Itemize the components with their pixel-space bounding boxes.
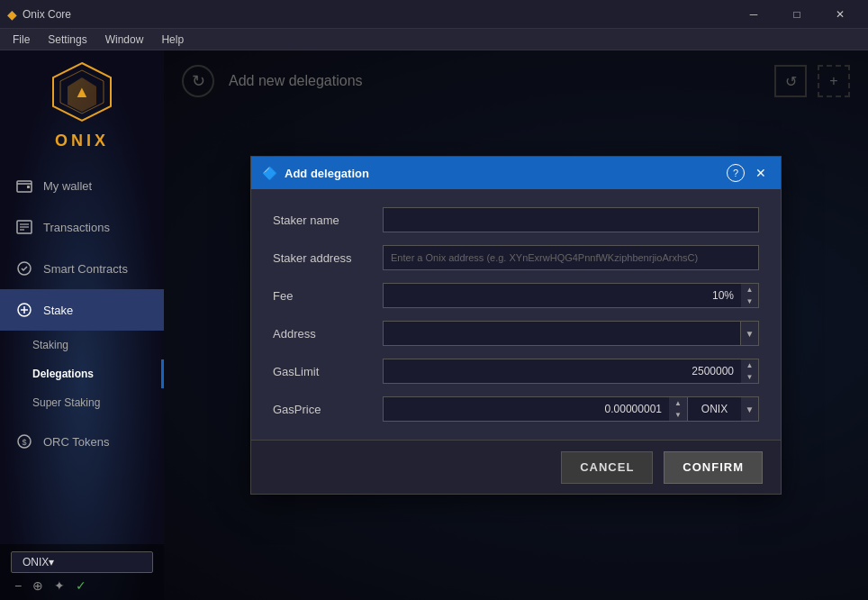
fee-increment[interactable]: ▲ — [741, 284, 758, 295]
address-dropdown-icon[interactable]: ▼ — [741, 321, 759, 346]
gas-price-row: GasPrice ▲ ▼ ONIX ▼ — [273, 396, 759, 422]
svg-text:$: $ — [22, 438, 26, 447]
tokens-icon: $ — [14, 432, 34, 451]
titlebar: ◆ Onix Core ─ □ ✕ — [0, 0, 868, 29]
sidebar-content: ▲ ONIX My wallet — [0, 59, 164, 462]
logo-area: ▲ ONIX — [50, 59, 114, 150]
star-icon[interactable]: ✦ — [54, 578, 65, 593]
add-delegation-dialog: 🔷 Add delegation ? ✕ Staker name Staker … — [250, 156, 782, 495]
content-area: ↻ Add new delegations ↺ + 🔷 Add delegati… — [164, 50, 868, 600]
gas-price-increment[interactable]: ▲ — [669, 397, 687, 409]
menu-settings[interactable]: Settings — [39, 29, 95, 50]
fee-label: Fee — [273, 289, 372, 303]
gas-price-currency-group: ONIX ▼ — [687, 396, 759, 422]
sub-nav-label: Delegations — [32, 368, 94, 380]
fee-row: Fee ▲ ▼ — [273, 283, 759, 308]
gas-limit-label: GasLimit — [273, 365, 372, 378]
stake-icon — [14, 300, 34, 320]
check-icon[interactable]: ✓ — [76, 578, 86, 593]
gas-price-input-group: ▲ ▼ ONIX ▼ — [383, 396, 759, 422]
sidebar-item-label: Smart Contracts — [43, 262, 128, 276]
gas-limit-decrement[interactable]: ▼ — [741, 371, 758, 383]
globe-icon[interactable]: ⊕ — [32, 578, 43, 593]
gas-price-label: GasPrice — [273, 403, 372, 416]
sidebar: ▲ ONIX My wallet — [0, 50, 164, 600]
window-controls: ─ □ ✕ — [733, 0, 861, 29]
sidebar-item-label: Transactions — [43, 221, 110, 234]
minus-icon[interactable]: − — [14, 578, 22, 593]
gas-price-currency-dropdown[interactable]: ▼ — [741, 396, 759, 422]
fee-spinner: ▲ ▼ — [741, 283, 759, 308]
sidebar-sub-staking[interactable]: Staking — [0, 331, 164, 359]
contracts-icon — [14, 259, 34, 278]
sidebar-item-label: ORC Tokens — [43, 435, 109, 449]
confirm-button[interactable]: CONFIRM — [664, 451, 763, 484]
address-select-wrap: ▼ — [383, 321, 759, 346]
gas-price-input[interactable] — [383, 396, 669, 422]
sidebar-item-smart-contracts[interactable]: Smart Contracts — [0, 248, 164, 289]
dialog-title: Add delegation — [285, 167, 719, 180]
address-select[interactable] — [383, 321, 741, 346]
dialog-overlay: 🔷 Add delegation ? ✕ Staker name Staker … — [164, 50, 868, 600]
menu-file[interactable]: File — [4, 29, 39, 50]
main-layout: ▲ ONIX My wallet — [0, 50, 868, 600]
dialog-body: Staker name Staker address Fee — [251, 189, 781, 440]
menubar: File Settings Window Help — [0, 29, 868, 50]
gas-price-currency: ONIX — [687, 396, 741, 422]
cancel-button[interactable]: CANCEL — [561, 451, 653, 484]
minimize-button[interactable]: ─ — [733, 0, 774, 29]
fee-input-group: ▲ ▼ — [383, 283, 759, 308]
svg-rect-5 — [27, 186, 30, 188]
menu-help[interactable]: Help — [152, 29, 193, 50]
close-button[interactable]: ✕ — [819, 0, 861, 29]
dialog-footer: CANCEL CONFIRM — [251, 440, 781, 494]
gas-price-value-group: ▲ ▼ — [383, 396, 687, 422]
sidebar-item-orc-tokens[interactable]: $ ORC Tokens — [0, 421, 164, 462]
fee-input[interactable] — [383, 283, 741, 308]
logo-icon: ▲ — [50, 59, 114, 124]
sub-nav-label: Staking — [32, 339, 68, 351]
gas-price-decrement[interactable]: ▼ — [669, 409, 687, 421]
wallet-icon — [14, 176, 34, 195]
sub-nav-label: Super Staking — [32, 396, 100, 409]
fee-decrement[interactable]: ▼ — [741, 295, 758, 307]
gas-limit-spinner: ▲ ▼ — [741, 359, 759, 384]
staker-name-label: Staker name — [273, 214, 372, 227]
sidebar-sub-delegations[interactable]: Delegations — [0, 359, 164, 388]
staker-address-label: Staker address — [273, 251, 372, 265]
svg-text:▲: ▲ — [74, 83, 90, 101]
address-label: Address — [273, 327, 372, 341]
sidebar-item-label: My wallet — [43, 179, 92, 193]
address-row: Address ▼ — [273, 321, 759, 346]
sidebar-bottom-bar: ONIX▾ − ⊕ ✦ ✓ — [0, 544, 164, 600]
logo-text: ONIX — [55, 132, 109, 150]
bottom-icons: − ⊕ ✦ ✓ — [11, 578, 153, 593]
maximize-button[interactable]: □ — [776, 0, 818, 29]
sidebar-item-my-wallet[interactable]: My wallet — [0, 165, 164, 206]
gas-price-spinner: ▲ ▼ — [669, 396, 687, 422]
sidebar-item-label: Stake — [43, 304, 73, 317]
staker-address-row: Staker address — [273, 245, 759, 270]
menu-window[interactable]: Window — [96, 29, 153, 50]
gas-limit-input-group: ▲ ▼ — [383, 359, 759, 384]
staker-name-input[interactable] — [383, 207, 759, 232]
sidebar-item-stake[interactable]: Stake — [0, 289, 164, 331]
gas-limit-input[interactable] — [383, 359, 741, 384]
dialog-close-button[interactable]: ✕ — [752, 164, 770, 182]
gas-limit-row: GasLimit ▲ ▼ — [273, 359, 759, 384]
staker-name-row: Staker name — [273, 207, 759, 232]
onix-menu-button[interactable]: ONIX▾ — [11, 551, 153, 573]
sidebar-item-transactions[interactable]: Transactions — [0, 206, 164, 248]
dialog-header-icon: 🔷 — [262, 166, 277, 180]
transactions-icon — [14, 217, 34, 237]
app-icon: ◆ — [7, 7, 17, 22]
app-title: Onix Core — [23, 8, 733, 21]
gas-limit-increment[interactable]: ▲ — [741, 359, 758, 371]
staker-address-input[interactable] — [383, 245, 759, 270]
sidebar-sub-super-staking[interactable]: Super Staking — [0, 388, 164, 417]
dialog-help-button[interactable]: ? — [727, 164, 745, 182]
dialog-header: 🔷 Add delegation ? ✕ — [251, 157, 781, 189]
